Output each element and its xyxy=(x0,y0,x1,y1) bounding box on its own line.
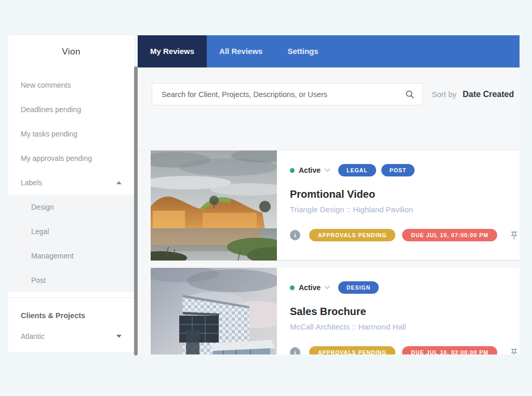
approvals-pending-badge[interactable]: APPROVALS PENDING xyxy=(309,229,395,241)
info-icon[interactable]: i xyxy=(290,230,300,240)
card-body: Active DESIGN Sales Brochure McCall Arch… xyxy=(277,268,520,354)
review-card[interactable]: Active LEGAL POST Promtional Video Trian… xyxy=(151,151,520,261)
card-subtitle[interactable]: McCall Architects :: Harmond Hall xyxy=(290,322,520,331)
label-badge[interactable]: LEGAL xyxy=(338,164,376,176)
sidebar-item-label: Deadlines pending xyxy=(21,105,81,114)
sidebar-item-labels[interactable]: Labels xyxy=(8,170,134,195)
client-select-label: Atlantic xyxy=(21,332,45,340)
meta-row: i APPROVALS PENDING DUE JUL 10, 03:00:00… xyxy=(290,342,520,354)
chevron-up-icon xyxy=(116,181,122,184)
review-card[interactable]: Active DESIGN Sales Brochure McCall Arch… xyxy=(151,268,520,354)
tab-settings[interactable]: Settings xyxy=(275,35,330,67)
sub-item-label: Legal xyxy=(31,227,49,236)
tab-my-reviews[interactable]: My Reviews xyxy=(138,35,207,67)
sub-item-label: Post xyxy=(31,276,46,284)
sidebar-item-label: Labels xyxy=(21,179,42,187)
sidebar-item-my-approvals-pending[interactable]: My approvals pending xyxy=(8,146,134,170)
top-navbar: My Reviews All Reviews Settings xyxy=(138,35,520,67)
sidebar-item-label-post[interactable]: Post xyxy=(8,268,134,292)
sidebar-item-label: My approvals pending xyxy=(21,154,92,162)
clients-projects-heading: Clients & Projects xyxy=(8,298,134,320)
due-date-badge[interactable]: DUE JUL 10, 07:00:00 PM xyxy=(402,229,497,241)
meta-row: i APPROVALS PENDING DUE JUL 10, 07:00:00… xyxy=(290,225,520,245)
card-image xyxy=(151,268,277,354)
status-text[interactable]: Active xyxy=(299,283,321,292)
approvals-pending-badge[interactable]: APPROVALS PENDING xyxy=(309,346,395,354)
sidebar-item-label-legal[interactable]: Legal xyxy=(8,219,134,243)
card-title[interactable]: Promtional Video xyxy=(290,188,520,200)
sidebar-item-label-design[interactable]: Design xyxy=(8,195,134,219)
sort-value[interactable]: Date Created xyxy=(463,90,514,99)
chevron-down-icon[interactable] xyxy=(324,168,330,172)
status-text[interactable]: Active xyxy=(299,166,321,174)
main-panel: My Reviews All Reviews Settings Sort by … xyxy=(138,35,520,354)
label-badge[interactable]: DESIGN xyxy=(338,281,379,294)
status-dot-icon xyxy=(290,168,295,173)
card-title[interactable]: Sales Brochure xyxy=(290,306,520,318)
pin-icon[interactable] xyxy=(510,231,518,240)
labels-sub-list: Design Legal Management Post xyxy=(8,195,134,292)
due-date-badge[interactable]: DUE JUL 10, 03:00:00 PM xyxy=(402,346,497,354)
card-subtitle[interactable]: Triangle Design :: Highland Pavilion xyxy=(290,205,520,214)
sidebar-item-new-comments[interactable]: New comments xyxy=(8,73,134,97)
sidebar-item-label: My tasks pending xyxy=(21,130,77,138)
search-icon[interactable] xyxy=(405,89,415,100)
app-title: Vion xyxy=(8,35,134,73)
sidebar-item-my-tasks-pending[interactable]: My tasks pending xyxy=(8,121,134,146)
status-dot-icon xyxy=(290,285,295,290)
status-row: Active DESIGN xyxy=(290,281,520,294)
search-input[interactable] xyxy=(162,90,405,99)
card-body: Active LEGAL POST Promtional Video Trian… xyxy=(277,151,520,260)
tab-all-reviews[interactable]: All Reviews xyxy=(207,35,275,67)
label-badge[interactable]: POST xyxy=(381,164,415,176)
client-select-atlantic[interactable]: Atlantic xyxy=(8,324,134,348)
sub-item-label: Management xyxy=(31,252,74,260)
pin-icon[interactable] xyxy=(510,348,518,355)
sidebar-item-deadlines-pending[interactable]: Deadlines pending xyxy=(8,97,134,121)
chevron-down-icon[interactable] xyxy=(324,285,330,290)
chevron-down-icon xyxy=(116,335,122,338)
search-box[interactable] xyxy=(152,83,423,105)
info-icon[interactable]: i xyxy=(290,347,300,354)
sidebar: Vion New comments Deadlines pending My t… xyxy=(8,35,134,352)
status-row: Active LEGAL POST xyxy=(290,164,520,176)
sidebar-item-label-management[interactable]: Management xyxy=(8,243,134,268)
sort-control: Sort by Date Created xyxy=(432,83,514,105)
sub-item-label: Design xyxy=(31,203,54,211)
card-image xyxy=(151,151,277,261)
sort-by-label: Sort by xyxy=(432,90,457,99)
sidebar-item-label: New comments xyxy=(21,81,71,89)
filter-toolbar: Sort by Date Created xyxy=(138,67,520,151)
review-card-list: Active LEGAL POST Promtional Video Trian… xyxy=(138,151,520,354)
main-scrollbar[interactable] xyxy=(134,66,138,356)
